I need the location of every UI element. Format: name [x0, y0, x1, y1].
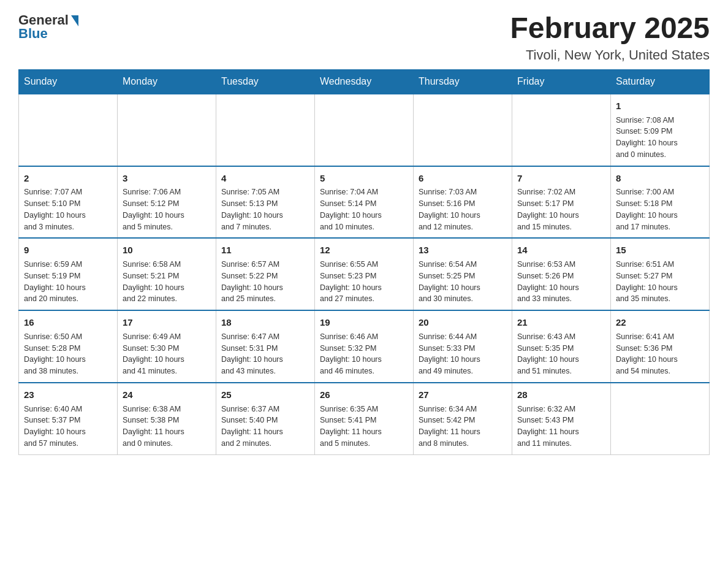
calendar-day-cell: 16Sunrise: 6:50 AM Sunset: 5:28 PM Dayli…: [19, 310, 118, 383]
logo-arrow-icon: [71, 15, 78, 26]
day-info: Sunrise: 6:51 AM Sunset: 5:27 PM Dayligh…: [616, 259, 704, 305]
day-info: Sunrise: 6:43 AM Sunset: 5:35 PM Dayligh…: [517, 331, 605, 377]
calendar-day-cell: 23Sunrise: 6:40 AM Sunset: 5:37 PM Dayli…: [19, 383, 118, 454]
calendar-header-thursday: Thursday: [414, 69, 512, 94]
day-number: 12: [320, 243, 408, 257]
day-info: Sunrise: 6:47 AM Sunset: 5:31 PM Dayligh…: [221, 331, 309, 377]
logo: General Blue: [18, 12, 78, 42]
page-header: General Blue February 2025 Tivoli, New Y…: [18, 12, 710, 63]
calendar-day-cell: 14Sunrise: 6:53 AM Sunset: 5:26 PM Dayli…: [512, 238, 611, 310]
day-info: Sunrise: 6:32 AM Sunset: 5:43 PM Dayligh…: [517, 404, 605, 450]
calendar-day-cell: [216, 94, 315, 166]
day-info: Sunrise: 6:55 AM Sunset: 5:23 PM Dayligh…: [320, 259, 408, 305]
calendar-day-cell: [512, 94, 611, 166]
day-info: Sunrise: 6:44 AM Sunset: 5:33 PM Dayligh…: [419, 331, 507, 377]
day-number: 25: [221, 388, 309, 402]
day-number: 18: [221, 316, 309, 329]
calendar-day-cell: 28Sunrise: 6:32 AM Sunset: 5:43 PM Dayli…: [512, 383, 611, 454]
day-number: 22: [616, 316, 704, 329]
calendar-day-cell: 19Sunrise: 6:46 AM Sunset: 5:32 PM Dayli…: [315, 310, 414, 383]
day-info: Sunrise: 6:58 AM Sunset: 5:21 PM Dayligh…: [123, 259, 211, 305]
calendar-day-cell: [611, 383, 710, 454]
calendar-week-row: 9Sunrise: 6:59 AM Sunset: 5:19 PM Daylig…: [19, 238, 710, 310]
day-info: Sunrise: 7:03 AM Sunset: 5:16 PM Dayligh…: [419, 186, 507, 232]
calendar-day-cell: 24Sunrise: 6:38 AM Sunset: 5:38 PM Dayli…: [118, 383, 216, 454]
calendar-day-cell: 13Sunrise: 6:54 AM Sunset: 5:25 PM Dayli…: [414, 238, 512, 310]
day-number: 19: [320, 316, 408, 329]
day-number: 21: [517, 316, 605, 329]
calendar-header-wednesday: Wednesday: [315, 69, 414, 94]
calendar-day-cell: 20Sunrise: 6:44 AM Sunset: 5:33 PM Dayli…: [414, 310, 512, 383]
day-number: 7: [517, 172, 605, 185]
day-info: Sunrise: 6:50 AM Sunset: 5:28 PM Dayligh…: [24, 331, 112, 377]
calendar-week-row: 1Sunrise: 7:08 AM Sunset: 5:09 PM Daylig…: [19, 94, 710, 166]
day-number: 20: [419, 316, 507, 329]
day-number: 8: [616, 172, 704, 185]
day-number: 4: [221, 172, 309, 185]
calendar-day-cell: 27Sunrise: 6:34 AM Sunset: 5:42 PM Dayli…: [414, 383, 512, 454]
day-info: Sunrise: 6:53 AM Sunset: 5:26 PM Dayligh…: [517, 259, 605, 305]
day-number: 16: [24, 316, 112, 329]
day-number: 17: [123, 316, 211, 329]
day-info: Sunrise: 6:41 AM Sunset: 5:36 PM Dayligh…: [616, 331, 704, 377]
calendar-week-row: 23Sunrise: 6:40 AM Sunset: 5:37 PM Dayli…: [19, 383, 710, 454]
day-number: 9: [24, 243, 112, 257]
calendar-day-cell: [118, 94, 216, 166]
day-number: 3: [123, 172, 211, 185]
day-number: 1: [616, 99, 704, 113]
calendar-week-row: 16Sunrise: 6:50 AM Sunset: 5:28 PM Dayli…: [19, 310, 710, 383]
day-number: 2: [24, 172, 112, 185]
day-number: 24: [123, 388, 211, 402]
day-info: Sunrise: 7:07 AM Sunset: 5:10 PM Dayligh…: [24, 186, 112, 232]
calendar-day-cell: 10Sunrise: 6:58 AM Sunset: 5:21 PM Dayli…: [118, 238, 216, 310]
day-number: 13: [419, 243, 507, 257]
calendar-day-cell: 21Sunrise: 6:43 AM Sunset: 5:35 PM Dayli…: [512, 310, 611, 383]
calendar-day-cell: [19, 94, 118, 166]
day-info: Sunrise: 6:59 AM Sunset: 5:19 PM Dayligh…: [24, 259, 112, 305]
day-number: 23: [24, 388, 112, 402]
calendar-day-cell: 4Sunrise: 7:05 AM Sunset: 5:13 PM Daylig…: [216, 166, 315, 239]
calendar-header-sunday: Sunday: [19, 69, 118, 94]
day-number: 10: [123, 243, 211, 257]
calendar-day-cell: 26Sunrise: 6:35 AM Sunset: 5:41 PM Dayli…: [315, 383, 414, 454]
day-number: 26: [320, 388, 408, 402]
day-info: Sunrise: 7:05 AM Sunset: 5:13 PM Dayligh…: [221, 186, 309, 232]
calendar-day-cell: 8Sunrise: 7:00 AM Sunset: 5:18 PM Daylig…: [611, 166, 710, 239]
calendar-day-cell: 12Sunrise: 6:55 AM Sunset: 5:23 PM Dayli…: [315, 238, 414, 310]
day-number: 28: [517, 388, 605, 402]
calendar-day-cell: 1Sunrise: 7:08 AM Sunset: 5:09 PM Daylig…: [611, 94, 710, 166]
day-info: Sunrise: 6:38 AM Sunset: 5:38 PM Dayligh…: [123, 404, 211, 450]
day-info: Sunrise: 6:35 AM Sunset: 5:41 PM Dayligh…: [320, 404, 408, 450]
day-number: 5: [320, 172, 408, 185]
calendar-header-saturday: Saturday: [611, 69, 710, 94]
day-info: Sunrise: 7:02 AM Sunset: 5:17 PM Dayligh…: [517, 186, 605, 232]
calendar-header-friday: Friday: [512, 69, 611, 94]
month-title: February 2025: [510, 12, 710, 45]
day-info: Sunrise: 6:34 AM Sunset: 5:42 PM Dayligh…: [419, 404, 507, 450]
day-number: 6: [419, 172, 507, 185]
day-info: Sunrise: 6:57 AM Sunset: 5:22 PM Dayligh…: [221, 259, 309, 305]
day-info: Sunrise: 6:40 AM Sunset: 5:37 PM Dayligh…: [24, 404, 112, 450]
day-number: 14: [517, 243, 605, 257]
day-number: 15: [616, 243, 704, 257]
location-title: Tivoli, New York, United States: [510, 47, 710, 63]
calendar-day-cell: 3Sunrise: 7:06 AM Sunset: 5:12 PM Daylig…: [118, 166, 216, 239]
calendar-table: SundayMondayTuesdayWednesdayThursdayFrid…: [18, 69, 710, 455]
calendar-header-row: SundayMondayTuesdayWednesdayThursdayFrid…: [19, 69, 710, 94]
day-info: Sunrise: 6:49 AM Sunset: 5:30 PM Dayligh…: [123, 331, 211, 377]
logo-blue-text: Blue: [18, 26, 48, 42]
calendar-week-row: 2Sunrise: 7:07 AM Sunset: 5:10 PM Daylig…: [19, 166, 710, 239]
calendar-header-monday: Monday: [118, 69, 216, 94]
calendar-day-cell: 7Sunrise: 7:02 AM Sunset: 5:17 PM Daylig…: [512, 166, 611, 239]
day-info: Sunrise: 6:37 AM Sunset: 5:40 PM Dayligh…: [221, 404, 309, 450]
calendar-day-cell: 15Sunrise: 6:51 AM Sunset: 5:27 PM Dayli…: [611, 238, 710, 310]
calendar-day-cell: 9Sunrise: 6:59 AM Sunset: 5:19 PM Daylig…: [19, 238, 118, 310]
calendar-day-cell: 5Sunrise: 7:04 AM Sunset: 5:14 PM Daylig…: [315, 166, 414, 239]
calendar-day-cell: 17Sunrise: 6:49 AM Sunset: 5:30 PM Dayli…: [118, 310, 216, 383]
day-info: Sunrise: 6:46 AM Sunset: 5:32 PM Dayligh…: [320, 331, 408, 377]
calendar-day-cell: 18Sunrise: 6:47 AM Sunset: 5:31 PM Dayli…: [216, 310, 315, 383]
calendar-day-cell: 22Sunrise: 6:41 AM Sunset: 5:36 PM Dayli…: [611, 310, 710, 383]
day-number: 27: [419, 388, 507, 402]
calendar-day-cell: 6Sunrise: 7:03 AM Sunset: 5:16 PM Daylig…: [414, 166, 512, 239]
calendar-day-cell: 11Sunrise: 6:57 AM Sunset: 5:22 PM Dayli…: [216, 238, 315, 310]
